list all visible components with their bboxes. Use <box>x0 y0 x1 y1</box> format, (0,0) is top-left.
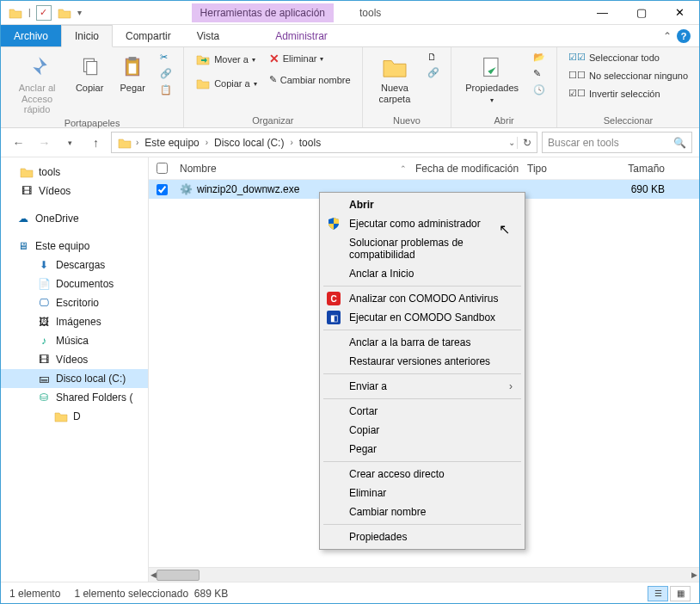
tree-este-equipo[interactable]: 🖥Este equipo <box>1 237 148 256</box>
tree-musica[interactable]: ♪Música <box>1 331 148 350</box>
group-select-label: Seleccionar <box>604 115 653 126</box>
tree-videos[interactable]: 🎞Vídeos <box>1 182 148 200</box>
new-item-button[interactable]: 🗋 <box>425 51 442 63</box>
tree-descargas[interactable]: ⬇Descargas <box>1 256 148 274</box>
view-details-button[interactable]: ☰ <box>648 586 668 601</box>
select-all-button[interactable]: ☑☑Seleccionar todo <box>566 51 691 64</box>
horizontal-scrollbar[interactable]: ◀ ▶ <box>149 567 699 582</box>
tree-d[interactable]: D <box>1 407 148 426</box>
ribbon-tabs: Archivo Inicio Compartir Vista Administr… <box>1 25 699 47</box>
breadcrumb[interactable]: › Este equipo › Disco local (C:) › tools… <box>111 132 537 153</box>
row-checkbox[interactable] <box>157 184 168 195</box>
cm-restore[interactable]: Restaurar versiones anteriores <box>320 352 525 371</box>
properties-icon <box>478 53 506 81</box>
col-type[interactable]: Tipo <box>527 163 605 175</box>
tree-documentos[interactable]: 📄Documentos <box>1 274 148 293</box>
refresh-icon[interactable]: ↻ <box>517 137 531 149</box>
check-icon[interactable]: ✓ <box>36 5 52 21</box>
cm-properties[interactable]: Propiedades <box>320 527 525 546</box>
chevron-down-icon[interactable]: ▾ <box>77 8 82 17</box>
chevron-right-icon[interactable]: › <box>206 138 208 147</box>
forward-button[interactable]: → <box>34 132 55 153</box>
rename-button[interactable]: ✎Cambiar nombre <box>267 73 353 86</box>
crumb-disco[interactable]: Disco local (C:) <box>212 137 286 149</box>
search-input[interactable]: Buscar en tools 🔍 <box>542 132 692 153</box>
paste-button[interactable]: Pegar <box>114 51 150 96</box>
cm-compat[interactable]: Solucionar problemas de compatibilidad <box>320 233 525 264</box>
easy-access-button[interactable]: 🔗 <box>425 66 442 79</box>
cm-label: Anclar a la barra de tareas <box>349 336 470 348</box>
close-button[interactable]: ✕ <box>660 1 699 25</box>
pin-button[interactable]: Anclar al Acceso rápido <box>9 51 64 118</box>
cm-pin-taskbar[interactable]: Anclar a la barra de tareas <box>320 333 525 352</box>
cm-comodo-sb[interactable]: ◧Ejecutar en COMODO Sandbox <box>320 308 525 327</box>
tab-compartir[interactable]: Compartir <box>113 25 184 46</box>
tree-shared[interactable]: ⛁Shared Folders ( <box>1 388 148 407</box>
cm-rename[interactable]: Cambiar nombre <box>320 502 525 521</box>
tree-disco-c[interactable]: 🖴Disco local (C:) <box>1 369 148 388</box>
maximize-button[interactable]: ▢ <box>622 1 660 25</box>
copy-path-button[interactable]: 🔗 <box>157 67 175 80</box>
minimize-button[interactable]: — <box>583 1 622 25</box>
cm-copy[interactable]: Copiar <box>320 421 525 440</box>
copy-button[interactable]: Copiar <box>71 51 107 96</box>
move-to-button[interactable]: Mover a▾ <box>193 51 260 68</box>
open-small-button[interactable]: 📂 <box>531 51 548 64</box>
cm-separator <box>323 286 521 287</box>
tab-inicio[interactable]: Inicio <box>61 25 113 47</box>
tree-escritorio[interactable]: 🖵Escritorio <box>1 293 148 312</box>
cm-admin[interactable]: Ejecutar como administrador <box>320 214 525 233</box>
cm-shortcut[interactable]: Crear acceso directo <box>320 465 525 484</box>
tree-imagenes[interactable]: 🖼Imágenes <box>1 312 148 331</box>
folder-copy-icon <box>195 76 211 91</box>
minimize-ribbon-icon[interactable]: ⌃ <box>663 30 672 42</box>
select-all-checkbox[interactable] <box>157 163 168 174</box>
crumb-folder[interactable]: tools <box>297 137 323 149</box>
select-none-button[interactable]: ☐☐No seleccionar ninguno <box>566 69 691 82</box>
invert-selection-button[interactable]: ☑☐Invertir selección <box>566 87 691 100</box>
cm-paste[interactable]: Pegar <box>320 440 525 459</box>
chevron-right-icon[interactable]: › <box>136 138 138 147</box>
folder-icon <box>117 135 132 151</box>
properties-button[interactable]: Propiedades▾ <box>460 51 524 107</box>
shield-icon <box>327 217 341 231</box>
select-none-label: No seleccionar ninguno <box>589 71 688 81</box>
cm-send-to[interactable]: Enviar a› <box>320 377 525 396</box>
group-clipboard-label: Portapapeles <box>64 118 120 128</box>
cm-pin-start[interactable]: Anclar a Inicio <box>320 264 525 283</box>
cm-delete[interactable]: Eliminar <box>320 484 525 502</box>
view-icons-button[interactable]: ▦ <box>670 586 691 601</box>
edit-small-button[interactable]: ✎ <box>531 67 548 80</box>
tree-tools[interactable]: tools <box>1 163 148 182</box>
col-name[interactable]: Nombre⌃ <box>175 163 415 175</box>
scrollbar-thumb[interactable] <box>157 570 200 581</box>
col-size[interactable]: Tamaño <box>605 163 665 175</box>
svg-rect-1 <box>87 62 97 75</box>
comodo-icon: C <box>327 292 341 305</box>
delete-button[interactable]: ✕Eliminar▾ <box>267 51 353 66</box>
cm-comodo-av[interactable]: CAnalizar con COMODO Antivirus <box>320 289 525 308</box>
folder-icon[interactable] <box>57 5 72 21</box>
file-size: 690 KB <box>605 183 665 195</box>
history-small-button[interactable]: 🕓 <box>531 83 548 96</box>
tab-archivo[interactable]: Archivo <box>1 25 61 46</box>
cm-cut[interactable]: Cortar <box>320 402 525 421</box>
new-folder-button[interactable]: Nueva carpeta <box>371 51 419 107</box>
cut-button[interactable]: ✂ <box>157 51 175 64</box>
up-button[interactable]: ↑ <box>85 132 107 153</box>
tab-administrar[interactable]: Administrar <box>262 25 341 46</box>
col-date[interactable]: Fecha de modificación <box>415 163 527 175</box>
tree-videos2[interactable]: 🎞Vídeos <box>1 350 148 369</box>
copy-to-button[interactable]: Copiar a▾ <box>193 75 260 92</box>
back-button[interactable]: ← <box>8 132 29 153</box>
tab-vista[interactable]: Vista <box>184 25 232 46</box>
recent-button[interactable]: ▾ <box>59 132 81 153</box>
cm-open[interactable]: Abrir <box>320 195 525 214</box>
crumb-equipo[interactable]: Este equipo <box>142 137 201 149</box>
paste-shortcut-button[interactable]: 📋 <box>157 83 175 96</box>
nav-tree[interactable]: tools 🎞Vídeos ☁OneDrive 🖥Este equipo ⬇De… <box>1 157 149 582</box>
dropdown-icon[interactable]: ⌄ <box>508 138 515 147</box>
help-icon[interactable]: ? <box>677 29 691 43</box>
tree-onedrive[interactable]: ☁OneDrive <box>1 209 148 228</box>
chevron-right-icon[interactable]: › <box>290 138 292 147</box>
